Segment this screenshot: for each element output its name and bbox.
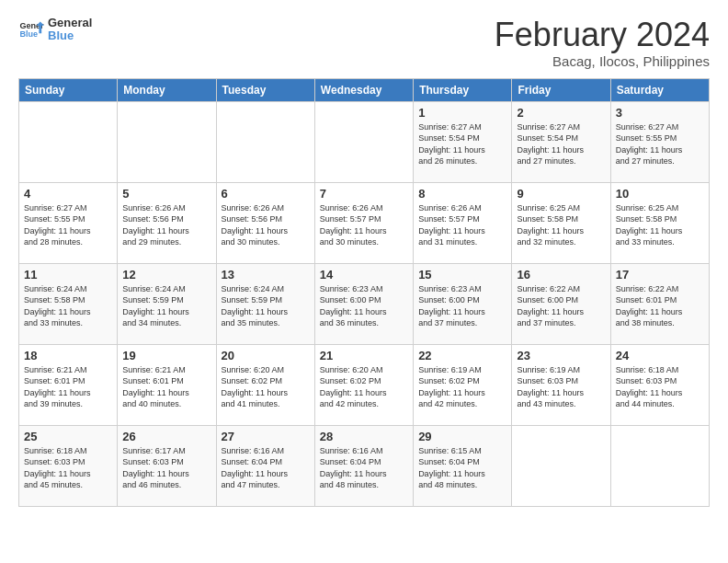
day-detail: Sunrise: 6:27 AMSunset: 5:54 PMDaylight:… xyxy=(517,121,605,167)
logo-line2: Blue xyxy=(48,29,92,42)
calendar-header: SundayMondayTuesdayWednesdayThursdayFrid… xyxy=(19,78,710,101)
page: General Blue General Blue February 2024 … xyxy=(0,0,728,518)
day-detail: Sunrise: 6:18 AMSunset: 6:03 PMDaylight:… xyxy=(24,445,112,491)
calendar-cell xyxy=(118,101,216,182)
calendar-cell: 20Sunrise: 6:20 AMSunset: 6:02 PMDayligh… xyxy=(216,344,314,425)
day-number: 2 xyxy=(517,106,605,120)
day-header-saturday: Saturday xyxy=(610,78,709,101)
calendar-table: SundayMondayTuesdayWednesdayThursdayFrid… xyxy=(18,78,710,507)
day-detail: Sunrise: 6:22 AMSunset: 6:00 PMDaylight:… xyxy=(517,283,605,329)
calendar-cell: 29Sunrise: 6:15 AMSunset: 6:04 PMDayligh… xyxy=(414,425,512,506)
calendar-cell: 17Sunrise: 6:22 AMSunset: 6:01 PMDayligh… xyxy=(610,263,709,344)
logo: General Blue General Blue xyxy=(18,17,92,43)
calendar-cell: 13Sunrise: 6:24 AMSunset: 5:59 PMDayligh… xyxy=(216,263,314,344)
title-area: February 2024 Bacag, Ilocos, Philippines xyxy=(495,17,710,69)
day-detail: Sunrise: 6:20 AMSunset: 6:02 PMDaylight:… xyxy=(320,364,408,410)
day-header-tuesday: Tuesday xyxy=(216,78,314,101)
calendar-cell xyxy=(512,425,610,506)
calendar-cell: 3Sunrise: 6:27 AMSunset: 5:55 PMDaylight… xyxy=(610,101,709,182)
calendar-cell: 16Sunrise: 6:22 AMSunset: 6:00 PMDayligh… xyxy=(512,263,610,344)
calendar-cell xyxy=(19,101,118,182)
calendar-cell: 2Sunrise: 6:27 AMSunset: 5:54 PMDaylight… xyxy=(512,101,610,182)
calendar-cell: 6Sunrise: 6:26 AMSunset: 5:56 PMDaylight… xyxy=(216,182,314,263)
day-number: 17 xyxy=(616,268,704,282)
day-number: 3 xyxy=(616,106,704,120)
day-detail: Sunrise: 6:23 AMSunset: 6:00 PMDaylight:… xyxy=(320,283,408,329)
logo-line1: General xyxy=(48,17,92,29)
calendar-cell: 26Sunrise: 6:17 AMSunset: 6:03 PMDayligh… xyxy=(118,425,216,506)
calendar-cell: 28Sunrise: 6:16 AMSunset: 6:04 PMDayligh… xyxy=(314,425,413,506)
day-number: 26 xyxy=(122,430,210,443)
day-number: 28 xyxy=(320,430,408,443)
day-number: 4 xyxy=(24,187,112,201)
day-detail: Sunrise: 6:25 AMSunset: 5:58 PMDaylight:… xyxy=(517,202,605,248)
calendar-week-0: 1Sunrise: 6:27 AMSunset: 5:54 PMDaylight… xyxy=(19,101,710,182)
calendar-cell: 4Sunrise: 6:27 AMSunset: 5:55 PMDaylight… xyxy=(19,182,118,263)
day-number: 10 xyxy=(616,187,704,201)
day-number: 23 xyxy=(517,349,605,362)
day-header-wednesday: Wednesday xyxy=(314,78,413,101)
day-detail: Sunrise: 6:19 AMSunset: 6:02 PMDaylight:… xyxy=(418,364,506,410)
calendar-week-3: 18Sunrise: 6:21 AMSunset: 6:01 PMDayligh… xyxy=(19,344,710,425)
day-detail: Sunrise: 6:26 AMSunset: 5:56 PMDaylight:… xyxy=(122,202,210,248)
day-detail: Sunrise: 6:26 AMSunset: 5:57 PMDaylight:… xyxy=(418,202,506,248)
day-detail: Sunrise: 6:27 AMSunset: 5:55 PMDaylight:… xyxy=(24,202,112,248)
day-detail: Sunrise: 6:24 AMSunset: 5:59 PMDaylight:… xyxy=(122,283,210,329)
day-detail: Sunrise: 6:27 AMSunset: 5:54 PMDaylight:… xyxy=(418,121,506,167)
calendar-cell: 12Sunrise: 6:24 AMSunset: 5:59 PMDayligh… xyxy=(118,263,216,344)
day-detail: Sunrise: 6:17 AMSunset: 6:03 PMDaylight:… xyxy=(122,445,210,491)
day-header-monday: Monday xyxy=(118,78,216,101)
day-detail: Sunrise: 6:16 AMSunset: 6:04 PMDaylight:… xyxy=(222,445,310,491)
day-number: 27 xyxy=(222,430,310,443)
day-number: 16 xyxy=(517,268,605,282)
day-number: 6 xyxy=(222,187,310,201)
calendar-cell: 5Sunrise: 6:26 AMSunset: 5:56 PMDaylight… xyxy=(118,182,216,263)
calendar-week-2: 11Sunrise: 6:24 AMSunset: 5:58 PMDayligh… xyxy=(19,263,710,344)
calendar-cell: 1Sunrise: 6:27 AMSunset: 5:54 PMDaylight… xyxy=(414,101,512,182)
calendar-week-4: 25Sunrise: 6:18 AMSunset: 6:03 PMDayligh… xyxy=(19,425,710,506)
calendar-cell: 11Sunrise: 6:24 AMSunset: 5:58 PMDayligh… xyxy=(19,263,118,344)
day-detail: Sunrise: 6:21 AMSunset: 6:01 PMDaylight:… xyxy=(24,364,112,410)
day-header-thursday: Thursday xyxy=(414,78,512,101)
calendar-cell: 25Sunrise: 6:18 AMSunset: 6:03 PMDayligh… xyxy=(19,425,118,506)
calendar-cell: 15Sunrise: 6:23 AMSunset: 6:00 PMDayligh… xyxy=(414,263,512,344)
day-detail: Sunrise: 6:27 AMSunset: 5:55 PMDaylight:… xyxy=(616,121,704,167)
day-number: 18 xyxy=(24,349,112,362)
day-detail: Sunrise: 6:26 AMSunset: 5:57 PMDaylight:… xyxy=(320,202,408,248)
calendar-cell: 7Sunrise: 6:26 AMSunset: 5:57 PMDaylight… xyxy=(314,182,413,263)
day-number: 22 xyxy=(418,349,506,362)
calendar-cell: 19Sunrise: 6:21 AMSunset: 6:01 PMDayligh… xyxy=(118,344,216,425)
day-number: 12 xyxy=(122,268,210,282)
day-header-sunday: Sunday xyxy=(19,78,118,101)
day-header-friday: Friday xyxy=(512,78,610,101)
calendar-week-1: 4Sunrise: 6:27 AMSunset: 5:55 PMDaylight… xyxy=(19,182,710,263)
day-detail: Sunrise: 6:20 AMSunset: 6:02 PMDaylight:… xyxy=(222,364,310,410)
calendar-cell: 10Sunrise: 6:25 AMSunset: 5:58 PMDayligh… xyxy=(610,182,709,263)
day-number: 14 xyxy=(320,268,408,282)
day-number: 15 xyxy=(418,268,506,282)
day-number: 9 xyxy=(517,187,605,201)
day-number: 24 xyxy=(616,349,704,362)
day-number: 13 xyxy=(222,268,310,282)
calendar-cell: 21Sunrise: 6:20 AMSunset: 6:02 PMDayligh… xyxy=(314,344,413,425)
day-number: 25 xyxy=(24,430,112,443)
day-number: 8 xyxy=(418,187,506,201)
day-number: 20 xyxy=(222,349,310,362)
day-number: 29 xyxy=(418,430,506,443)
day-detail: Sunrise: 6:25 AMSunset: 5:58 PMDaylight:… xyxy=(616,202,704,248)
calendar-cell xyxy=(216,101,314,182)
calendar-body: 1Sunrise: 6:27 AMSunset: 5:54 PMDaylight… xyxy=(19,101,710,506)
day-number: 7 xyxy=(320,187,408,201)
calendar-cell: 24Sunrise: 6:18 AMSunset: 6:03 PMDayligh… xyxy=(610,344,709,425)
logo-icon: General Blue xyxy=(18,17,44,42)
month-title: February 2024 xyxy=(495,17,710,53)
calendar-cell: 23Sunrise: 6:19 AMSunset: 6:03 PMDayligh… xyxy=(512,344,610,425)
calendar-cell xyxy=(610,425,709,506)
day-detail: Sunrise: 6:15 AMSunset: 6:04 PMDaylight:… xyxy=(418,445,506,491)
day-detail: Sunrise: 6:16 AMSunset: 6:04 PMDaylight:… xyxy=(320,445,408,491)
day-number: 11 xyxy=(24,268,112,282)
day-detail: Sunrise: 6:18 AMSunset: 6:03 PMDaylight:… xyxy=(616,364,704,410)
calendar-cell: 18Sunrise: 6:21 AMSunset: 6:01 PMDayligh… xyxy=(19,344,118,425)
header: General Blue General Blue February 2024 … xyxy=(18,17,710,69)
day-detail: Sunrise: 6:21 AMSunset: 6:01 PMDaylight:… xyxy=(122,364,210,410)
